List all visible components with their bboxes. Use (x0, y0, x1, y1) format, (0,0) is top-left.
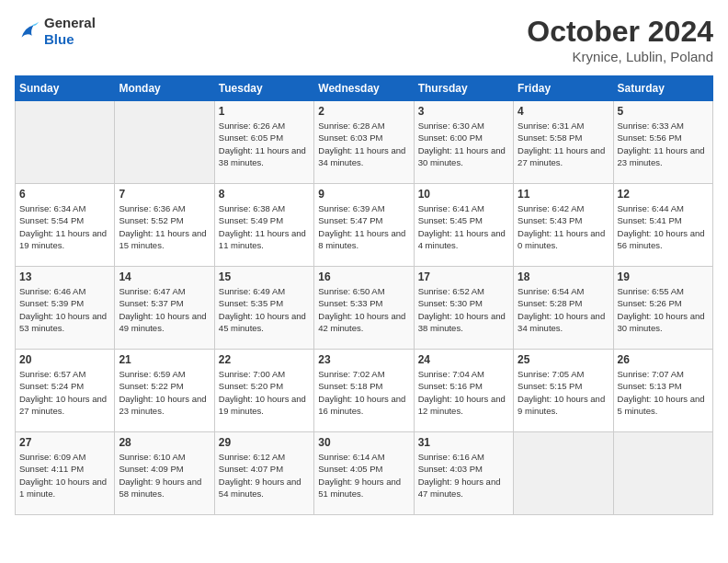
day-number: 28 (119, 436, 210, 449)
month-title: October 2024 (527, 15, 713, 49)
day-number: 27 (19, 436, 110, 449)
calendar-cell: 20Sunrise: 6:57 AM Sunset: 5:24 PM Dayli… (16, 350, 115, 432)
calendar-cell: 10Sunrise: 6:41 AM Sunset: 5:45 PM Dayli… (414, 184, 513, 267)
day-number: 31 (418, 436, 509, 449)
day-number: 17 (418, 270, 509, 283)
calendar-cell: 6Sunrise: 6:34 AM Sunset: 5:54 PM Daylig… (16, 184, 115, 267)
day-info: Sunrise: 6:52 AM Sunset: 5:30 PM Dayligh… (418, 285, 509, 334)
col-header-monday: Monday (115, 76, 214, 101)
calendar-cell: 8Sunrise: 6:38 AM Sunset: 5:49 PM Daylig… (214, 184, 313, 267)
day-info: Sunrise: 6:28 AM Sunset: 6:03 PM Dayligh… (318, 120, 409, 168)
day-info: Sunrise: 7:00 AM Sunset: 5:20 PM Dayligh… (219, 368, 310, 417)
calendar-cell: 14Sunrise: 6:47 AM Sunset: 5:37 PM Dayli… (115, 267, 214, 350)
day-info: Sunrise: 6:36 AM Sunset: 5:52 PM Dayligh… (119, 202, 210, 251)
col-header-friday: Friday (514, 76, 613, 101)
location: Krynice, Lublin, Poland (527, 49, 713, 64)
calendar-cell: 24Sunrise: 7:04 AM Sunset: 5:16 PM Dayli… (414, 350, 513, 432)
calendar-cell: 1Sunrise: 6:26 AM Sunset: 6:05 PM Daylig… (214, 101, 313, 184)
calendar-week-row: 1Sunrise: 6:26 AM Sunset: 6:05 PM Daylig… (16, 101, 713, 184)
calendar-cell: 30Sunrise: 6:14 AM Sunset: 4:05 PM Dayli… (314, 432, 414, 515)
calendar-cell: 16Sunrise: 6:50 AM Sunset: 5:33 PM Dayli… (314, 267, 414, 350)
day-number: 11 (518, 188, 609, 201)
calendar-header-row: SundayMondayTuesdayWednesdayThursdayFrid… (16, 76, 713, 101)
day-info: Sunrise: 6:46 AM Sunset: 5:39 PM Dayligh… (19, 285, 110, 334)
day-number: 12 (618, 188, 709, 201)
calendar-cell: 22Sunrise: 7:00 AM Sunset: 5:20 PM Dayli… (214, 350, 313, 432)
logo-general: General (44, 15, 96, 30)
calendar-cell: 21Sunrise: 6:59 AM Sunset: 5:22 PM Dayli… (115, 350, 214, 432)
calendar-cell: 2Sunrise: 6:28 AM Sunset: 6:03 PM Daylig… (314, 101, 414, 184)
day-number: 30 (318, 436, 409, 449)
title-block: October 2024 Krynice, Lublin, Poland (527, 15, 713, 64)
calendar-cell (514, 432, 613, 515)
col-header-wednesday: Wednesday (314, 76, 414, 101)
logo-text: General Blue (44, 15, 96, 48)
day-number: 20 (19, 353, 110, 366)
col-header-sunday: Sunday (16, 76, 115, 101)
day-number: 25 (518, 353, 609, 366)
calendar-cell: 29Sunrise: 6:12 AM Sunset: 4:07 PM Dayli… (214, 432, 313, 515)
day-number: 1 (219, 105, 310, 118)
day-info: Sunrise: 6:42 AM Sunset: 5:43 PM Dayligh… (518, 202, 609, 251)
day-info: Sunrise: 6:47 AM Sunset: 5:37 PM Dayligh… (119, 285, 210, 334)
calendar-cell (16, 101, 115, 184)
day-number: 16 (318, 270, 409, 283)
day-number: 19 (618, 270, 709, 283)
calendar-week-row: 6Sunrise: 6:34 AM Sunset: 5:54 PM Daylig… (16, 184, 713, 267)
day-info: Sunrise: 7:05 AM Sunset: 5:15 PM Dayligh… (518, 368, 609, 417)
calendar-cell: 12Sunrise: 6:44 AM Sunset: 5:41 PM Dayli… (613, 184, 712, 267)
calendar-cell: 17Sunrise: 6:52 AM Sunset: 5:30 PM Dayli… (414, 267, 513, 350)
day-info: Sunrise: 6:09 AM Sunset: 4:11 PM Dayligh… (19, 451, 110, 500)
day-info: Sunrise: 6:39 AM Sunset: 5:47 PM Dayligh… (318, 202, 409, 251)
calendar-week-row: 13Sunrise: 6:46 AM Sunset: 5:39 PM Dayli… (16, 267, 713, 350)
day-info: Sunrise: 6:55 AM Sunset: 5:26 PM Dayligh… (618, 285, 709, 334)
day-info: Sunrise: 6:26 AM Sunset: 6:05 PM Dayligh… (219, 120, 310, 168)
calendar-cell: 26Sunrise: 7:07 AM Sunset: 5:13 PM Dayli… (613, 350, 712, 432)
day-info: Sunrise: 6:10 AM Sunset: 4:09 PM Dayligh… (119, 451, 210, 500)
day-info: Sunrise: 6:30 AM Sunset: 6:00 PM Dayligh… (418, 120, 509, 168)
calendar-table: SundayMondayTuesdayWednesdayThursdayFrid… (15, 75, 713, 515)
day-number: 6 (19, 188, 110, 201)
day-number: 26 (618, 353, 709, 366)
calendar-cell: 3Sunrise: 6:30 AM Sunset: 6:00 PM Daylig… (414, 101, 513, 184)
day-info: Sunrise: 6:41 AM Sunset: 5:45 PM Dayligh… (418, 202, 509, 251)
day-info: Sunrise: 7:02 AM Sunset: 5:18 PM Dayligh… (318, 368, 409, 417)
calendar-week-row: 20Sunrise: 6:57 AM Sunset: 5:24 PM Dayli… (16, 350, 713, 432)
day-info: Sunrise: 6:14 AM Sunset: 4:05 PM Dayligh… (318, 451, 409, 500)
day-number: 10 (418, 188, 509, 201)
day-number: 23 (318, 353, 409, 366)
day-number: 29 (219, 436, 310, 449)
calendar-cell: 31Sunrise: 6:16 AM Sunset: 4:03 PM Dayli… (414, 432, 513, 515)
logo-blue: Blue (44, 31, 74, 47)
col-header-tuesday: Tuesday (214, 76, 313, 101)
calendar-cell: 4Sunrise: 6:31 AM Sunset: 5:58 PM Daylig… (514, 101, 613, 184)
day-info: Sunrise: 6:49 AM Sunset: 5:35 PM Dayligh… (219, 285, 310, 334)
calendar-week-row: 27Sunrise: 6:09 AM Sunset: 4:11 PM Dayli… (16, 432, 713, 515)
calendar-cell: 13Sunrise: 6:46 AM Sunset: 5:39 PM Dayli… (16, 267, 115, 350)
day-info: Sunrise: 6:38 AM Sunset: 5:49 PM Dayligh… (219, 202, 310, 251)
day-info: Sunrise: 6:57 AM Sunset: 5:24 PM Dayligh… (19, 368, 110, 417)
day-info: Sunrise: 6:34 AM Sunset: 5:54 PM Dayligh… (19, 202, 110, 251)
day-info: Sunrise: 6:54 AM Sunset: 5:28 PM Dayligh… (518, 285, 609, 334)
day-info: Sunrise: 7:04 AM Sunset: 5:16 PM Dayligh… (418, 368, 509, 417)
col-header-thursday: Thursday (414, 76, 513, 101)
day-number: 4 (518, 105, 609, 118)
day-number: 14 (119, 270, 210, 283)
day-info: Sunrise: 6:16 AM Sunset: 4:03 PM Dayligh… (418, 451, 509, 500)
day-number: 13 (19, 270, 110, 283)
calendar-cell: 25Sunrise: 7:05 AM Sunset: 5:15 PM Dayli… (514, 350, 613, 432)
calendar-cell (115, 101, 214, 184)
logo-bird-icon (15, 18, 40, 44)
day-number: 21 (119, 353, 210, 366)
calendar-cell: 5Sunrise: 6:33 AM Sunset: 5:56 PM Daylig… (613, 101, 712, 184)
day-number: 5 (618, 105, 709, 118)
day-info: Sunrise: 6:31 AM Sunset: 5:58 PM Dayligh… (518, 120, 609, 168)
calendar-cell: 23Sunrise: 7:02 AM Sunset: 5:18 PM Dayli… (314, 350, 414, 432)
day-number: 24 (418, 353, 509, 366)
day-info: Sunrise: 6:12 AM Sunset: 4:07 PM Dayligh… (219, 451, 310, 500)
day-number: 9 (318, 188, 409, 201)
day-number: 22 (219, 353, 310, 366)
calendar-cell: 18Sunrise: 6:54 AM Sunset: 5:28 PM Dayli… (514, 267, 613, 350)
calendar-cell: 11Sunrise: 6:42 AM Sunset: 5:43 PM Dayli… (514, 184, 613, 267)
calendar-cell: 28Sunrise: 6:10 AM Sunset: 4:09 PM Dayli… (115, 432, 214, 515)
